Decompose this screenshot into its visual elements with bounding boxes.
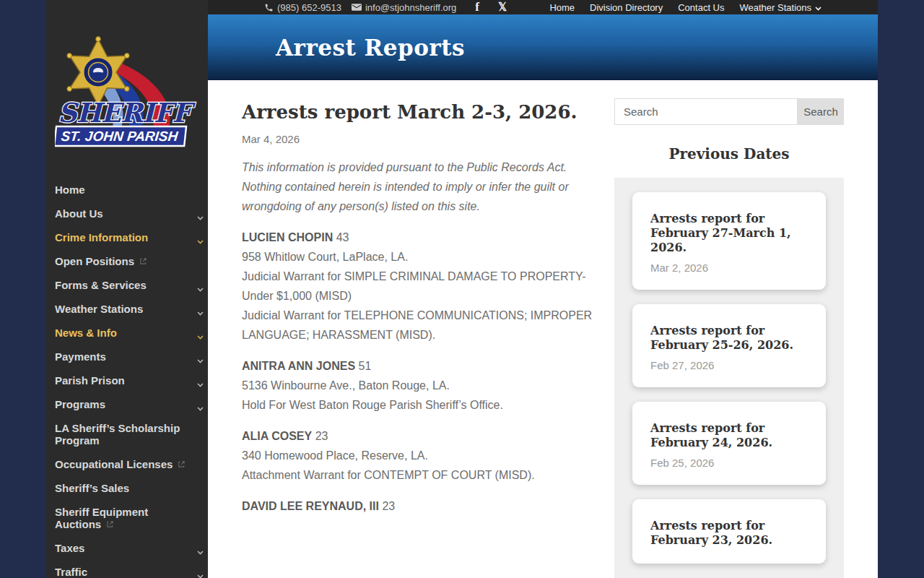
report-card-title[interactable]: Arrests report for February 23, 2026. [650, 519, 808, 548]
sidebar-item-about-us[interactable]: About Us [46, 202, 208, 225]
sidebar-item-forms-services[interactable]: Forms & Services [46, 273, 208, 297]
arrestee-name-line: LUCIEN CHOPIN 43 [242, 228, 601, 247]
sidebar-item-label: Weather Stations [55, 303, 143, 315]
chevron-down-icon [197, 234, 204, 246]
sidebar-item-label: News & Info [55, 327, 117, 339]
external-link-icon [178, 458, 186, 470]
chevron-down-icon [197, 282, 204, 294]
topnav-item-contact-us[interactable]: Contact Us [678, 2, 724, 13]
arrestee-name: DAVID LEE REYNAUD, III [242, 500, 379, 512]
previous-report-card[interactable]: Arrests report for February 25-26, 2026.… [632, 304, 826, 387]
previous-report-card[interactable]: Arrests report for February 24, 2026.Feb… [632, 402, 826, 485]
chevron-down-icon [815, 2, 821, 13]
sidebar-item-parish-prison[interactable]: Parish Prison [46, 368, 208, 392]
sheriff-logo[interactable]: SHERIFF ST. JOHN PARISH [55, 30, 199, 152]
search-button[interactable]: Search [798, 98, 844, 125]
sidebar-item-traffic[interactable]: Traffic [46, 560, 208, 578]
arrest-detail-line: 340 Homewood Place, Reserve, LA. [242, 446, 601, 465]
arrestee-name-line: ANITRA ANN JONES 51 [242, 356, 601, 376]
topnav-item-division-directory[interactable]: Division Directory [590, 2, 663, 13]
arrestee-age: 23 [379, 500, 395, 512]
chevron-down-icon [197, 401, 204, 413]
email-icon [352, 3, 362, 12]
sidebar-item-news-info[interactable]: News & Info [46, 321, 208, 345]
arrest-detail-line: 958 Whitlow Court, LaPlace, LA. [242, 247, 601, 267]
arrest-detail-line: Hold For West Baton Rouge Parish Sheriff… [242, 395, 601, 415]
phone-number: (985) 652-9513 [277, 2, 341, 13]
report-card-date: Feb 27, 2026 [650, 359, 808, 371]
report-card-title[interactable]: Arrests report for February 24, 2026. [650, 421, 808, 450]
sidebar-item-label: Home [55, 184, 85, 196]
sidebar-item-label: Taxes [55, 542, 84, 554]
chevron-down-icon [197, 353, 204, 366]
article: Arrests report March 2-3, 2026. Mar 4, 2… [242, 98, 601, 578]
chevron-down-icon [197, 569, 204, 578]
topnav-item-label: Division Directory [590, 2, 663, 13]
topnav-item-label: Weather Stations [740, 2, 811, 13]
sidebar-item-label: Occupational Licenses [55, 458, 173, 470]
previous-dates-panel: Arrests report for February 27-March 1, … [614, 178, 844, 578]
page-title: Arrest Reports [276, 35, 465, 61]
sidebar-item-weather-stations[interactable]: Weather Stations [46, 297, 208, 321]
topnav-item-label: Home [549, 2, 575, 13]
search-input[interactable] [614, 98, 798, 125]
sidebar-item-home[interactable]: Home [46, 178, 208, 202]
arrestee-name: ANITRA ANN JONES [242, 360, 355, 372]
topbar-nav: HomeDivision DirectoryContact UsWeather … [549, 2, 821, 13]
phone-link[interactable]: (985) 652-9513 [264, 2, 341, 13]
external-link-icon [139, 255, 147, 267]
report-card-title[interactable]: Arrests report for February 25-26, 2026. [650, 324, 808, 353]
page-header-banner: Arrest Reports [208, 14, 878, 80]
arrestee-name: LUCIEN CHOPIN [242, 231, 333, 243]
report-card-date: Feb 25, 2026 [650, 457, 808, 469]
sidebar-item-label: Sheriff’s Sales [55, 482, 129, 494]
external-link-icon [106, 518, 114, 530]
topnav-item-weather-stations[interactable]: Weather Stations [740, 2, 821, 13]
sidebar-item-label: Open Positions [55, 255, 134, 267]
arrest-detail-line: Judicial Warrant for TELEPHONE COMMUNICA… [242, 306, 601, 345]
arrest-entry: DAVID LEE REYNAUD, III 23 [242, 496, 601, 516]
arrest-detail-line: Judicial Warrant for SIMPLE CRIMINAL DAM… [242, 267, 601, 306]
sidebar-item-label: Parish Prison [55, 374, 125, 387]
arrest-detail-line: 5136 Winbourne Ave., Baton Rouge, LA. [242, 376, 601, 395]
sidebar-item-la-sheriff-s-scholarship-program[interactable]: LA Sheriff’s Scholarship Program [46, 416, 208, 452]
right-sidebar: Search Previous Dates Arrests report for… [614, 98, 844, 578]
sidebar-item-crime-information[interactable]: Crime Information [46, 225, 208, 249]
sidebar-item-taxes[interactable]: Taxes [46, 536, 208, 560]
chevron-down-icon [197, 545, 204, 557]
sidebar-item-label: Payments [55, 350, 106, 363]
sidebar-item-label: About Us [55, 207, 103, 220]
topbar-contact: (985) 652-9513 info@stjohnsheriff.org f … [264, 0, 507, 14]
previous-report-card[interactable]: Arrests report for February 27-March 1, … [632, 192, 826, 290]
previous-dates-heading: Previous Dates [614, 145, 844, 163]
email-link[interactable]: info@stjohnsheriff.org [352, 2, 456, 13]
sidebar-item-label: Programs [55, 398, 105, 410]
arrestee-age: 51 [355, 360, 371, 372]
article-date: Mar 4, 2026 [242, 133, 601, 145]
x-icon[interactable]: 𝕏 [498, 1, 507, 14]
arrest-detail-line: Attachment Warrant for CONTEMPT OF COURT… [242, 465, 601, 485]
sidebar-item-sheriff-equipment-auctions[interactable]: Sheriff Equipment Auctions [46, 500, 208, 536]
arrestee-name: ALIA COSEY [242, 430, 312, 442]
arrest-entry: LUCIEN CHOPIN 43958 Whitlow Court, LaPla… [242, 228, 601, 345]
sidebar-item-occupational-licenses[interactable]: Occupational Licenses [46, 452, 208, 476]
main-column: (985) 652-9513 info@stjohnsheriff.org f … [208, 0, 878, 578]
sidebar-item-programs[interactable]: Programs [46, 392, 208, 416]
logo-banner-text: ST. JOHN PARISH [60, 129, 179, 144]
facebook-icon[interactable]: f [475, 0, 479, 14]
arrestee-age: 23 [312, 430, 328, 442]
chevron-down-icon [197, 306, 204, 318]
arrest-entry: ALIA COSEY 23340 Homewood Place, Reserve… [242, 426, 601, 485]
records-act-disclaimer: This information is provided pursuant to… [242, 158, 601, 216]
sidebar-item-sheriff-s-sales[interactable]: Sheriff’s Sales [46, 476, 208, 500]
previous-report-card[interactable]: Arrests report for February 23, 2026. [632, 499, 826, 564]
article-title: Arrests report March 2-3, 2026. [242, 100, 601, 124]
arrestee-name-line: ALIA COSEY 23 [242, 426, 601, 446]
topnav-item-home[interactable]: Home [549, 2, 575, 13]
logo-wordmark: SHERIFF [58, 97, 196, 129]
sidebar-item-payments[interactable]: Payments [46, 345, 208, 368]
sidebar: SHERIFF ST. JOHN PARISH HomeAbout UsCrim… [46, 0, 208, 578]
report-card-title[interactable]: Arrests report for February 27-March 1, … [650, 212, 808, 255]
sidebar-item-open-positions[interactable]: Open Positions [46, 249, 208, 273]
topnav-item-label: Contact Us [678, 2, 724, 13]
